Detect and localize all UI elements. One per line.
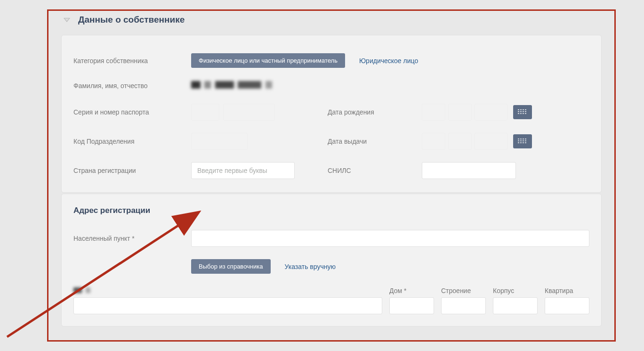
passport-number-input[interactable] bbox=[223, 104, 275, 121]
svg-rect-26 bbox=[518, 142, 519, 143]
owner-country-row: Страна регистрации СНИЛС bbox=[73, 156, 589, 185]
svg-rect-27 bbox=[520, 142, 522, 143]
settlement-row: Населенный пункт * bbox=[73, 224, 589, 253]
svg-rect-16 bbox=[525, 113, 526, 114]
corpus-block: Корпус bbox=[493, 287, 538, 314]
section-header: Данные о собственнике bbox=[61, 14, 602, 25]
svg-rect-8 bbox=[525, 109, 526, 110]
svg-rect-29 bbox=[525, 142, 526, 143]
street-block bbox=[73, 287, 382, 314]
apartment-block: Квартира bbox=[545, 287, 589, 314]
svg-rect-11 bbox=[523, 111, 524, 112]
svg-rect-19 bbox=[520, 139, 522, 139]
owner-passport-row: Серия и номер паспорта Дата рождения bbox=[73, 98, 589, 127]
house-block: Дом * bbox=[389, 287, 434, 314]
street-label bbox=[73, 287, 382, 294]
apartment-label: Квартира bbox=[545, 287, 589, 294]
building-block: Строение bbox=[441, 287, 486, 314]
house-input[interactable] bbox=[389, 297, 434, 314]
deptcode-input[interactable] bbox=[191, 133, 248, 150]
corpus-input[interactable] bbox=[493, 297, 538, 314]
manual-entry-link[interactable]: Указать вручную bbox=[285, 263, 336, 270]
apartment-input[interactable] bbox=[545, 297, 589, 314]
birthdate-year-input[interactable] bbox=[475, 104, 507, 121]
owner-deptcode-row: Код Подразделения Дата выдачи bbox=[73, 127, 589, 156]
owner-category-legal-link[interactable]: Юридическое лицо bbox=[359, 57, 418, 65]
section-title: Данные о собственнике bbox=[78, 15, 185, 25]
collapse-arrow-icon[interactable] bbox=[61, 14, 72, 25]
calendar-icon bbox=[517, 137, 528, 146]
address-line-row: Дом * Строение Корпус Квартира bbox=[73, 287, 589, 314]
birthdate-calendar-button[interactable] bbox=[513, 105, 532, 119]
registration-address-card: Адрес регистрации Населенный пункт * Выб… bbox=[61, 194, 602, 327]
svg-rect-13 bbox=[518, 113, 519, 114]
svg-rect-22 bbox=[518, 140, 519, 141]
svg-rect-21 bbox=[525, 139, 526, 139]
corpus-label: Корпус bbox=[493, 287, 538, 294]
settlement-input[interactable] bbox=[191, 230, 589, 247]
deptcode-label: Код Подразделения bbox=[73, 138, 191, 145]
svg-rect-14 bbox=[520, 113, 522, 114]
passport-series-input[interactable] bbox=[191, 104, 219, 121]
settlement-mode-row: Выбор из справочника Указать вручную bbox=[73, 253, 589, 280]
address-section-title: Адрес регистрации bbox=[73, 206, 589, 215]
issuedate-label: Дата выдачи bbox=[328, 138, 422, 145]
building-label: Строение bbox=[441, 287, 486, 294]
svg-rect-10 bbox=[520, 111, 522, 112]
owner-name-label: Фамилия, имя, отчество bbox=[73, 82, 191, 90]
svg-rect-28 bbox=[523, 142, 524, 143]
svg-rect-9 bbox=[518, 111, 519, 112]
snils-input[interactable] bbox=[422, 162, 516, 179]
issuedate-day-input[interactable] bbox=[422, 133, 445, 150]
svg-rect-18 bbox=[518, 139, 519, 139]
owner-name-value bbox=[191, 81, 589, 90]
issuedate-calendar-button[interactable] bbox=[513, 134, 532, 148]
snils-label: СНИЛС bbox=[328, 167, 422, 174]
from-reference-button[interactable]: Выбор из справочника bbox=[191, 259, 271, 274]
street-input[interactable] bbox=[73, 297, 382, 314]
house-label: Дом * bbox=[389, 287, 434, 294]
svg-rect-6 bbox=[520, 109, 522, 110]
country-label: Страна регистрации bbox=[73, 167, 191, 174]
svg-rect-24 bbox=[523, 140, 524, 141]
owner-category-label: Категория собственника bbox=[73, 57, 191, 65]
svg-rect-5 bbox=[518, 109, 519, 110]
owner-form-panel: Данные о собственнике Категория собствен… bbox=[61, 14, 602, 332]
owner-details-card: Категория собственника Физическое лицо и… bbox=[61, 35, 602, 193]
building-input[interactable] bbox=[441, 297, 486, 314]
owner-category-row: Категория собственника Физическое лицо и… bbox=[73, 47, 589, 74]
owner-passport-label: Серия и номер паспорта bbox=[73, 108, 191, 116]
issuedate-year-input[interactable] bbox=[475, 133, 507, 150]
birthdate-month-input[interactable] bbox=[448, 104, 472, 121]
svg-rect-15 bbox=[523, 113, 524, 114]
birthdate-label: Дата рождения bbox=[328, 108, 422, 116]
calendar-icon bbox=[517, 108, 528, 116]
settlement-label: Населенный пункт * bbox=[73, 235, 191, 242]
owner-category-individual-button[interactable]: Физическое лицо или частный предпринимат… bbox=[191, 53, 345, 68]
svg-rect-12 bbox=[525, 111, 526, 112]
svg-rect-20 bbox=[523, 139, 524, 139]
issuedate-month-input[interactable] bbox=[448, 133, 472, 150]
svg-rect-23 bbox=[520, 140, 522, 141]
owner-name-row: Фамилия, имя, отчество bbox=[73, 74, 589, 98]
birthdate-day-input[interactable] bbox=[422, 104, 445, 121]
svg-rect-25 bbox=[525, 140, 526, 141]
svg-rect-7 bbox=[523, 109, 524, 110]
country-input[interactable] bbox=[191, 162, 295, 179]
